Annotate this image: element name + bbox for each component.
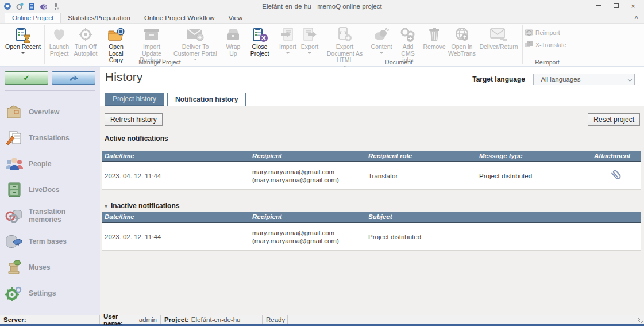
cell-message-type: Project distributed	[476, 170, 591, 182]
open-recent-button[interactable]: Open Recent	[3, 25, 43, 55]
recipient-email: mary.maryanna@gmail.com	[252, 168, 363, 176]
content-button[interactable]: Content	[369, 25, 394, 55]
project-book-icon[interactable]	[28, 2, 36, 10]
paperclip-icon[interactable]	[610, 170, 622, 182]
notification-history-panel: Refresh history Reset project Active not…	[100, 106, 644, 315]
ribbon-tab-online-project[interactable]: Online Project	[5, 13, 61, 23]
deliver-to-customer-portal-button[interactable]: Deliver To Customer Portal	[171, 25, 220, 61]
import-update-package-icon	[143, 26, 160, 43]
table-row: 2023. 04. 12. 11:44 mary.maryanna@gmail.…	[102, 162, 641, 190]
cell-attachment	[591, 167, 641, 185]
export-document-as-html-icon	[336, 26, 353, 43]
open-in-webtrans-button[interactable]: Open in WebTrans	[447, 25, 477, 57]
sidebar-item-people[interactable]: People	[5, 151, 100, 177]
maximize-button[interactable]	[607, 0, 624, 11]
ribbon-tab-view[interactable]: View	[221, 13, 249, 23]
wrap-up-icon	[225, 26, 241, 43]
message-type-link[interactable]: Project distributed	[479, 172, 532, 179]
collapse-ribbon-icon[interactable]: ^	[635, 15, 638, 22]
column-header-recipient-role: Recipient role	[365, 152, 476, 159]
muses-icon	[5, 259, 24, 276]
gear-dot-icon[interactable]	[16, 2, 24, 10]
sidebar-item-settings[interactable]: Settings	[5, 280, 100, 306]
tab-notification-history[interactable]: Notification history	[167, 93, 246, 106]
export-button[interactable]: Export	[299, 25, 321, 55]
quick-access-toolbar	[0, 2, 60, 10]
cell-datetime: 2023. 04. 12. 11:44	[102, 170, 249, 182]
sidebar: ✔ Overview	[0, 67, 100, 315]
sidebar-item-term-bases[interactable]: Term bases	[5, 228, 100, 254]
recipient-email: mary.maryanna@gmail.com	[252, 229, 363, 237]
cell-recipient: mary.maryanna@gmail.com (mary.maryanna@g…	[249, 227, 365, 247]
ribbon-separator	[522, 25, 523, 64]
ribbon-tab-online-project-workflow[interactable]: Online Project Workflow	[137, 13, 222, 23]
wrap-up-button[interactable]: Wrap Up	[220, 25, 246, 57]
sidebar-item-translation-memories[interactable]: Translation memories	[5, 202, 100, 228]
cloud-gear-icon[interactable]	[40, 2, 48, 10]
status-bar: Server: User name: admin Project: Elefán…	[0, 315, 644, 324]
resize-grip[interactable]	[638, 318, 643, 323]
reimport-button[interactable]: Reimport	[525, 29, 566, 36]
maximize-icon	[614, 3, 619, 8]
tab-project-history[interactable]: Project history	[105, 93, 164, 106]
import-icon	[280, 26, 295, 43]
cell-recipient: mary.maryanna@gmail.com (mary.maryanna@g…	[249, 166, 365, 186]
reimport-label: Reimport	[535, 29, 560, 36]
ribbon-group-open-recent: Open Recent	[2, 24, 44, 66]
target-language-select[interactable]: - All languages -	[533, 74, 635, 85]
import-button[interactable]: Import	[277, 25, 299, 55]
title-bar: Elefánt-en-de-hu - memoQ online project …	[0, 0, 644, 13]
user-name-value: admin	[139, 316, 157, 323]
close-project-button[interactable]: Close Project	[246, 25, 273, 57]
turn-off-autopilot-button[interactable]: Turn Off Autopilot	[72, 25, 99, 57]
column-header-subject: Subject	[365, 213, 641, 220]
sidebar-item-overview[interactable]: Overview	[5, 99, 100, 125]
sync-button[interactable]	[52, 71, 95, 85]
close-icon: ×	[631, 2, 635, 10]
term-bases-icon	[5, 233, 24, 250]
status-project: Project: Elefánt-en-de-hu	[161, 315, 263, 324]
export-dropdown-caret	[308, 52, 311, 54]
recipient-email-alt: (mary.maryanna@gmail.com)	[252, 176, 363, 184]
active-notifications-title: Active notifications	[105, 135, 168, 143]
dictation-mic-icon[interactable]	[52, 2, 60, 10]
refresh-history-button[interactable]: Refresh history	[105, 113, 163, 126]
import-dropdown-caret	[286, 52, 290, 54]
sidebar-item-translations[interactable]: Translations	[5, 125, 100, 151]
close-button[interactable]: ×	[624, 0, 642, 11]
status-user: User name: admin	[100, 315, 161, 324]
check-icon: ✔	[24, 74, 30, 82]
sidebar-item-livedocs[interactable]: LiveDocs	[5, 177, 100, 202]
memoq-logo-icon[interactable]	[3, 2, 11, 10]
cell-subject: Project distributed	[365, 231, 641, 243]
reset-project-button[interactable]: Reset project	[588, 113, 640, 126]
deliver-to-customer-portal-icon	[186, 26, 205, 43]
main-pane: History Target language - All languages …	[100, 67, 644, 315]
remove-button[interactable]: Remove	[422, 25, 447, 51]
ribbon-tab-statistics-preparation[interactable]: Statistics/Preparation	[61, 13, 137, 23]
confirm-button[interactable]: ✔	[5, 71, 48, 85]
column-header-attachment: Attachment	[591, 152, 641, 159]
x-translate-button[interactable]: X-Translate	[525, 41, 566, 48]
livedocs-icon	[5, 181, 24, 198]
ribbon-group-reimport: Reimport X-Translate Reimport	[523, 24, 571, 66]
status-server: Server:	[0, 315, 100, 324]
inactive-notifications-header[interactable]: ▾ Inactive notifications	[105, 202, 179, 210]
sidebar-item-cutoff[interactable]	[5, 306, 100, 315]
target-language-label: Target language	[472, 75, 525, 83]
recipient-email-alt: (mary.maryanna@gmail.com)	[252, 237, 363, 245]
ready-text: Ready	[266, 316, 285, 323]
minimize-button[interactable]	[590, 0, 607, 11]
ribbon: Open Recent Launch Project Turn Off Auto…	[0, 24, 644, 67]
target-language-value: - All languages -	[537, 76, 584, 83]
open-recent-dropdown-caret	[21, 52, 25, 54]
deliver-return-button[interactable]: Deliver/Return	[477, 25, 520, 51]
ribbon-tab-row: Online Project Statistics/Preparation On…	[0, 13, 644, 24]
open-recent-icon	[14, 26, 32, 43]
ribbon-group-manage-project: Launch Project Turn Off Autopilot Open L…	[45, 24, 274, 66]
settings-icon	[5, 285, 24, 302]
launch-project-button[interactable]: Launch Project	[47, 25, 72, 57]
column-header-recipient: Recipient	[249, 152, 365, 159]
project-value: Elefánt-en-de-hu	[191, 316, 241, 323]
sidebar-item-muses[interactable]: Muses	[5, 254, 100, 280]
